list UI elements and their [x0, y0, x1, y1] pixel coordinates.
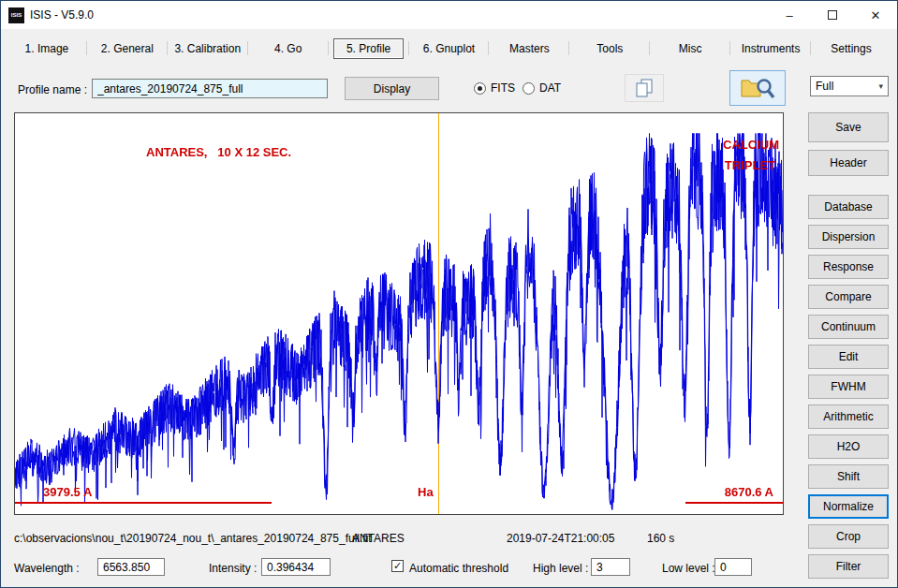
tab-1-image[interactable]: 1. Image — [7, 36, 87, 61]
wavelength-field[interactable] — [97, 558, 165, 576]
fits-radio-label: FITS — [491, 81, 515, 95]
fits-radio[interactable] — [474, 82, 486, 95]
left-red-marker-line — [15, 502, 272, 504]
copy-button[interactable] — [625, 74, 664, 102]
dat-radio-group[interactable]: DAT — [523, 81, 561, 95]
folder-search-icon — [740, 76, 775, 100]
tab-3-calibration[interactable]: 3. Calibration — [168, 36, 248, 61]
dat-radio[interactable] — [523, 82, 535, 95]
h2o-button[interactable]: H2O — [808, 434, 889, 459]
auto-threshold-label: Automatic threshold — [409, 562, 508, 575]
high-level-field[interactable] — [591, 558, 630, 576]
annotation-right-wavelength: 8670.6 A — [725, 485, 773, 499]
app-icon: ISIS — [8, 7, 24, 23]
tab-misc[interactable]: Misc — [650, 36, 730, 61]
edit-button[interactable]: Edit — [808, 345, 889, 369]
low-level-field[interactable] — [714, 558, 752, 576]
maximize-icon — [828, 10, 837, 20]
fits-radio-group[interactable]: FITS — [474, 81, 515, 95]
continuum-button[interactable]: Continuum — [808, 315, 889, 339]
profile-name-label: Profile name : — [18, 83, 87, 96]
annotation-calcium-2: TRIPLET — [725, 158, 775, 172]
close-button[interactable]: ✕ — [854, 1, 897, 29]
tab-settings[interactable]: Settings — [811, 36, 891, 61]
titlebar: ISIS ISIS - V5.9.0 – ✕ — [1, 1, 897, 29]
exposure-time: 160 s — [647, 532, 674, 545]
filter-button[interactable]: Filter — [808, 554, 889, 579]
spectrum-canvas[interactable] — [15, 113, 783, 514]
maximize-button[interactable] — [811, 1, 854, 29]
dispersion-button[interactable]: Dispersion — [808, 225, 889, 249]
intensity-field[interactable] — [261, 558, 331, 576]
high-level-label: High level : — [533, 562, 588, 575]
tab-bar: 1. Image 2. General 3. Calibration 4. Go… — [7, 36, 891, 61]
tab-masters[interactable]: Masters — [489, 36, 569, 61]
check-icon: ✓ — [393, 560, 402, 571]
minimize-icon: – — [786, 8, 792, 22]
arithmetic-button[interactable]: Arithmetic — [808, 404, 889, 429]
tab-5-profile[interactable]: 5. Profile — [329, 36, 409, 61]
mode-dropdown[interactable]: Full ▾ — [810, 76, 889, 96]
annotation-ha: Ha — [418, 485, 434, 499]
file-path: c:\observacions\nou_t\20190724_nou_t\_an… — [14, 532, 372, 545]
object-name: ANTARES — [352, 532, 405, 545]
observation-timestamp: 2019-07-24T21:00:05 — [507, 532, 614, 545]
low-level-label: Low level : — [662, 562, 715, 575]
right-red-marker-line — [685, 502, 783, 504]
annotation-object: ANTARES, 10 X 12 SEC. — [146, 145, 291, 159]
mode-dropdown-value: Full — [816, 80, 833, 93]
tab-tools[interactable]: Tools — [569, 36, 650, 61]
display-button[interactable]: Display — [345, 77, 439, 100]
save-button[interactable]: Save — [808, 112, 889, 142]
auto-threshold-checkbox[interactable]: ✓ — [391, 560, 404, 572]
annotation-left-wavelength: 3979.5 A — [43, 485, 92, 499]
normalize-button[interactable]: Normalize — [808, 494, 889, 519]
tab-6-gnuplot[interactable]: 6. Gnuplot — [409, 36, 490, 61]
wavelength-label: Wavelength : — [14, 562, 80, 575]
tab-instruments[interactable]: Instruments — [730, 36, 811, 61]
response-button[interactable]: Response — [808, 255, 889, 279]
annotation-calcium-1: CALCIUM — [723, 138, 779, 152]
intensity-label: Intensity : — [209, 562, 257, 575]
window-title: ISIS - V5.9.0 — [30, 8, 94, 22]
browse-button[interactable] — [729, 70, 786, 106]
database-button[interactable]: Database — [808, 195, 889, 219]
fwhm-button[interactable]: FWHM — [808, 375, 889, 399]
profile-name-input[interactable] — [92, 79, 328, 98]
shift-button[interactable]: Shift — [808, 464, 889, 489]
header-button[interactable]: Header — [808, 150, 889, 176]
minimize-button[interactable]: – — [768, 1, 811, 29]
chevron-down-icon: ▾ — [878, 81, 883, 91]
dat-radio-label: DAT — [539, 81, 561, 95]
close-icon: ✕ — [871, 8, 881, 22]
crop-button[interactable]: Crop — [808, 524, 889, 549]
spectrum-plot: ANTARES, 10 X 12 SEC. CALCIUM TRIPLET 39… — [14, 112, 784, 515]
window-controls: – ✕ — [768, 1, 897, 29]
app-window: ISIS ISIS - V5.9.0 – ✕ 1. Image 2. Gener… — [0, 0, 898, 588]
copy-icon — [635, 78, 654, 98]
compare-button[interactable]: Compare — [808, 285, 889, 309]
tab-4-go[interactable]: 4. Go — [248, 36, 329, 61]
tab-2-general[interactable]: 2. General — [87, 36, 168, 61]
